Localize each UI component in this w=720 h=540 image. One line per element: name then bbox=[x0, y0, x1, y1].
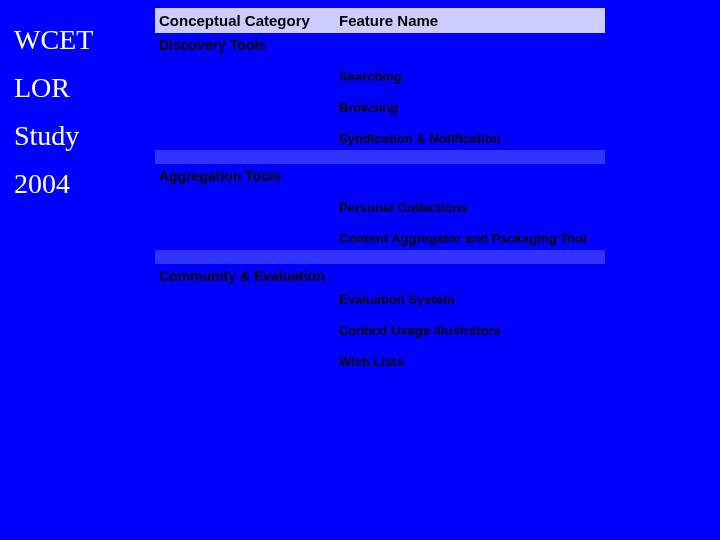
feature-cell: Wish Lists bbox=[335, 350, 605, 373]
feature-cell bbox=[335, 264, 605, 272]
feature-table: Conceptual Category Feature Name Discove… bbox=[155, 8, 605, 373]
sidebar-line: WCET bbox=[14, 26, 154, 54]
table-row: Aggregation Tools bbox=[155, 164, 605, 188]
table-row: Context Usage Illustrators bbox=[155, 319, 605, 342]
table-row: Searching bbox=[155, 65, 605, 88]
sidebar-line: Study bbox=[14, 122, 154, 150]
feature-cell: Syndication & Notification bbox=[335, 127, 605, 150]
section-divider bbox=[155, 250, 605, 264]
table-row: Content Aggregator and Packaging Tool bbox=[155, 227, 605, 250]
feature-cell: Context Usage Illustrators bbox=[335, 319, 605, 342]
table-row: Syndication & Notification bbox=[155, 127, 605, 150]
category-cell: Community & Evaluation bbox=[155, 264, 335, 288]
category-cell: Discovery Tools bbox=[155, 33, 335, 57]
feature-cell: Content Aggregator and Packaging Tool bbox=[335, 227, 605, 250]
table-row: Discovery Tools bbox=[155, 33, 605, 57]
feature-cell: Personal Collections bbox=[335, 196, 605, 219]
table-row: Wish Lists bbox=[155, 350, 605, 373]
table-header-row: Conceptual Category Feature Name bbox=[155, 8, 605, 33]
table-row: Evaluation System bbox=[155, 288, 605, 311]
sidebar-line: LOR bbox=[14, 74, 154, 102]
header-category: Conceptual Category bbox=[155, 8, 335, 33]
table-row: Browsing bbox=[155, 96, 605, 119]
section-divider bbox=[155, 150, 605, 164]
table-row: Community & Evaluation bbox=[155, 264, 605, 288]
table-row: Personal Collections bbox=[155, 196, 605, 219]
feature-cell: Browsing bbox=[335, 96, 605, 119]
category-cell: Aggregation Tools bbox=[155, 164, 335, 188]
feature-cell bbox=[335, 33, 605, 41]
sidebar-title: WCET LOR Study 2004 bbox=[14, 26, 154, 218]
feature-cell: Evaluation System bbox=[335, 288, 605, 311]
header-feature: Feature Name bbox=[335, 8, 605, 33]
sidebar-line: 2004 bbox=[14, 170, 154, 198]
feature-cell bbox=[335, 164, 605, 172]
feature-cell: Searching bbox=[335, 65, 605, 88]
